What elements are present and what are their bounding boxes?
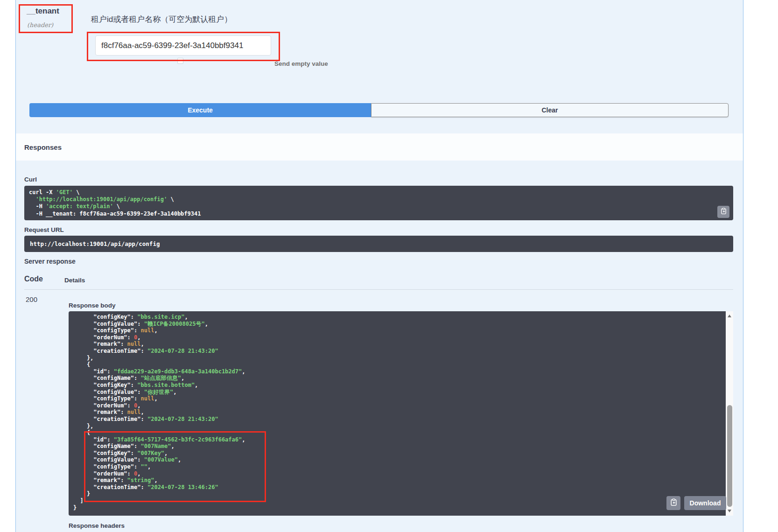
parameter-description: 租户id或者租户名称（可空为默认租户） (91, 14, 232, 25)
responses-heading: Responses (24, 143, 62, 151)
download-button[interactable]: Download (684, 496, 726, 510)
execute-button[interactable]: Execute (29, 103, 371, 117)
parameter-location: (header) (27, 21, 53, 28)
curl-code-block[interactable]: curl -X 'GET' \ 'http://localhost:19001/… (24, 186, 733, 220)
code-column-header: Code (24, 275, 43, 283)
curl-label: Curl (24, 176, 37, 183)
scrollbar-down-arrow-icon[interactable] (728, 510, 731, 512)
request-url-block: http://localhost:19001/api/app/config (24, 236, 733, 252)
response-table-divider (24, 289, 733, 290)
request-url-label: Request URL (24, 226, 64, 233)
copy-clipboard-icon (670, 498, 678, 508)
response-status-code: 200 (26, 295, 37, 303)
response-headers-label: Response headers (69, 522, 125, 529)
details-column-header: Details (64, 277, 85, 284)
response-body-label: Response body (69, 302, 116, 309)
response-body-scrollbar[interactable] (726, 311, 733, 516)
responses-section-header-bar (16, 133, 743, 161)
send-empty-checkbox[interactable] (177, 58, 183, 64)
response-body-code[interactable]: "configKey": "bbs.site.icp", "configValu… (69, 311, 726, 516)
scrollbar-thumb[interactable] (727, 405, 732, 507)
clear-button[interactable]: Clear (371, 103, 729, 117)
copy-clipboard-icon (720, 208, 727, 216)
server-response-label: Server response (24, 258, 76, 265)
swagger-operation-page: __tenant (header) 租户id或者租户名称（可空为默认租户） Se… (0, 0, 778, 532)
scrollbar-up-arrow-icon[interactable] (728, 315, 731, 317)
parameter-name: __tenant (27, 7, 59, 16)
tenant-input[interactable] (95, 35, 271, 56)
copy-response-button[interactable] (666, 496, 680, 510)
copy-curl-button[interactable] (717, 206, 729, 218)
send-empty-label: Send empty value (274, 60, 328, 67)
